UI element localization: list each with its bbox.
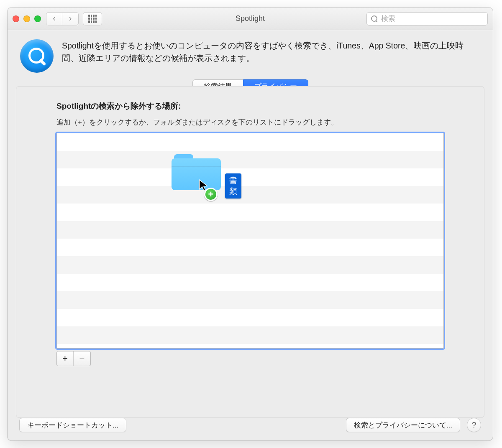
nav-buttons: ‹ ›: [46, 12, 79, 25]
forward-button[interactable]: ›: [62, 13, 78, 25]
show-all-button[interactable]: [83, 12, 102, 25]
keyboard-shortcuts-button[interactable]: キーボードショートカット...: [19, 418, 126, 432]
help-button[interactable]: ?: [467, 418, 481, 432]
titlebar: ‹ › Spotlight: [8, 8, 493, 30]
dragged-folder: + 書類: [172, 154, 221, 190]
add-remove-buttons: + −: [56, 351, 91, 366]
search-icon: [371, 15, 378, 22]
zoom-window-button[interactable]: [34, 15, 41, 22]
chevron-left-icon: ‹: [53, 14, 56, 22]
dragged-folder-label: 書類: [225, 173, 241, 199]
spotlight-icon: [20, 39, 54, 73]
add-button[interactable]: +: [57, 351, 74, 366]
grid-icon: [88, 15, 97, 23]
remove-button[interactable]: −: [74, 351, 90, 366]
minimize-window-button[interactable]: [23, 15, 30, 22]
plus-badge-icon: +: [204, 188, 218, 201]
footer-right: 検索とプライバシーについて... ?: [346, 418, 481, 432]
privacy-instruction: 追加（+）をクリックするか、フォルダまたはディスクを下のリストにドラッグします。: [56, 117, 444, 127]
privacy-panel: Spotlightの検索から除外する場所: 追加（+）をクリックするか、フォルダ…: [16, 86, 484, 418]
magnifier-icon: [27, 46, 47, 66]
privacy-heading: Spotlightの検索から除外する場所:: [56, 101, 444, 112]
preferences-window: ‹ › Spotlight Spotlightを使用するとお使いのコンピュータの…: [8, 8, 493, 440]
footer: キーボードショートカット... 検索とプライバシーについて... ?: [8, 418, 493, 440]
back-button[interactable]: ‹: [46, 13, 62, 25]
traffic-lights: [13, 15, 41, 22]
chevron-right-icon: ›: [69, 14, 72, 22]
search-field-wrap[interactable]: [366, 12, 488, 25]
search-input[interactable]: [381, 15, 483, 23]
header-area: Spotlightを使用するとお使いのコンピュータの内容をすばやく検索でき、iT…: [8, 30, 493, 77]
header-description: Spotlightを使用するとお使いのコンピュータの内容をすばやく検索でき、iT…: [62, 39, 480, 64]
close-window-button[interactable]: [13, 15, 19, 22]
folder-icon: [172, 154, 221, 190]
about-search-privacy-button[interactable]: 検索とプライバシーについて...: [346, 418, 460, 432]
exclusion-list[interactable]: + 書類: [56, 133, 444, 349]
